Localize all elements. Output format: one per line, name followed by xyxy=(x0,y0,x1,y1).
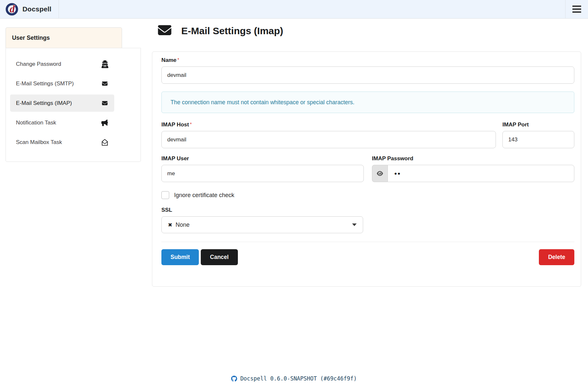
page-header: E-Mail Settings (Imap) xyxy=(156,23,283,38)
cancel-button[interactable]: Cancel xyxy=(201,249,238,265)
sidebar-item-label: Notification Task xyxy=(16,120,56,126)
imap-port-label: IMAP Port xyxy=(502,122,529,128)
sidebar-item-email-settings-smtp[interactable]: E-Mail Settings (SMTP) xyxy=(10,75,114,92)
hamburger-icon xyxy=(572,6,581,7)
envelope-icon xyxy=(101,100,108,106)
sidebar-item-change-password[interactable]: Change Password xyxy=(10,55,114,73)
sidebar-item-label: Scan Mailbox Task xyxy=(16,139,62,146)
top-navbar: d Docspell xyxy=(0,0,588,19)
imap-user-input[interactable] xyxy=(161,165,364,182)
name-label-row: Name* xyxy=(161,57,574,64)
info-message-text: The connection name must not contain whi… xyxy=(171,99,354,106)
imap-port-input[interactable] xyxy=(502,131,574,148)
sidebar-item-label: E-Mail Settings (IMAP) xyxy=(16,100,72,107)
brand-home-link[interactable]: d Docspell xyxy=(0,0,59,18)
sidebar-menu: Change Password E-Mail Settings (SMTP) E… xyxy=(6,48,141,162)
hamburger-icon xyxy=(572,8,581,10)
ssl-label: SSL xyxy=(161,207,172,213)
ssl-dropdown[interactable]: ✖ None xyxy=(161,216,363,233)
hamburger-icon xyxy=(572,11,581,13)
envelope-open-icon xyxy=(101,138,108,146)
hamburger-menu-button[interactable] xyxy=(565,0,588,18)
imap-settings-form: Name* The connection name must not conta… xyxy=(152,51,581,287)
imap-host-label: IMAP Host xyxy=(161,122,189,128)
sidebar-item-scan-mailbox-task[interactable]: Scan Mailbox Task xyxy=(10,134,114,151)
sidebar-item-label: E-Mail Settings (SMTP) xyxy=(16,80,74,87)
docspell-logo-icon: d xyxy=(6,3,18,16)
ignore-certificate-checkbox[interactable] xyxy=(161,191,169,199)
user-secret-icon xyxy=(102,60,108,68)
sidebar-item-label: Change Password xyxy=(16,61,61,67)
name-label: Name xyxy=(161,57,176,64)
navbar-spacer xyxy=(59,0,565,18)
page-title: E-Mail Settings (Imap) xyxy=(181,25,283,36)
ssl-selected-value: None xyxy=(175,222,189,228)
eye-icon xyxy=(376,171,383,176)
submit-button[interactable]: Submit xyxy=(161,249,199,265)
clear-icon[interactable]: ✖ xyxy=(168,222,172,228)
envelope-icon xyxy=(156,23,173,38)
github-version-link[interactable]: Docspell 0.6.0-SNAPSHOT (#69c46f9f) xyxy=(231,375,357,382)
imap-host-label-row: IMAP Host* xyxy=(161,122,496,128)
envelope-icon xyxy=(101,81,108,86)
brand-title: Docspell xyxy=(22,5,51,13)
version-text: Docspell 0.6.0-SNAPSHOT (#69c46f9f) xyxy=(240,375,357,382)
imap-host-input[interactable] xyxy=(161,131,496,148)
toggle-password-visibility-button[interactable] xyxy=(372,165,388,182)
form-divider xyxy=(161,242,574,242)
app-footer: Docspell 0.6.0-SNAPSHOT (#69c46f9f) xyxy=(0,375,588,382)
delete-button[interactable]: Delete xyxy=(539,249,574,265)
ignore-certificate-label: Ignore certificate check xyxy=(174,192,234,199)
imap-password-label: IMAP Password xyxy=(372,155,413,162)
svg-text:d: d xyxy=(10,3,15,15)
app-window: d Docspell User Settings Change Password… xyxy=(0,0,588,387)
sidebar-item-notification-task[interactable]: Notification Task xyxy=(10,114,114,131)
ignore-certificate-checkbox-row[interactable]: Ignore certificate check xyxy=(161,191,574,199)
chevron-down-icon xyxy=(352,223,357,226)
sidebar-title: User Settings xyxy=(6,27,122,48)
required-marker: * xyxy=(177,57,179,62)
imap-password-input[interactable] xyxy=(388,165,574,182)
github-icon xyxy=(231,376,237,382)
info-message: The connection name must not contain whi… xyxy=(161,92,574,113)
required-marker: * xyxy=(190,122,192,127)
bullhorn-icon xyxy=(101,120,108,126)
imap-user-label: IMAP User xyxy=(161,155,189,162)
sidebar-item-email-settings-imap[interactable]: E-Mail Settings (IMAP) xyxy=(10,94,114,112)
name-input[interactable] xyxy=(161,66,574,84)
